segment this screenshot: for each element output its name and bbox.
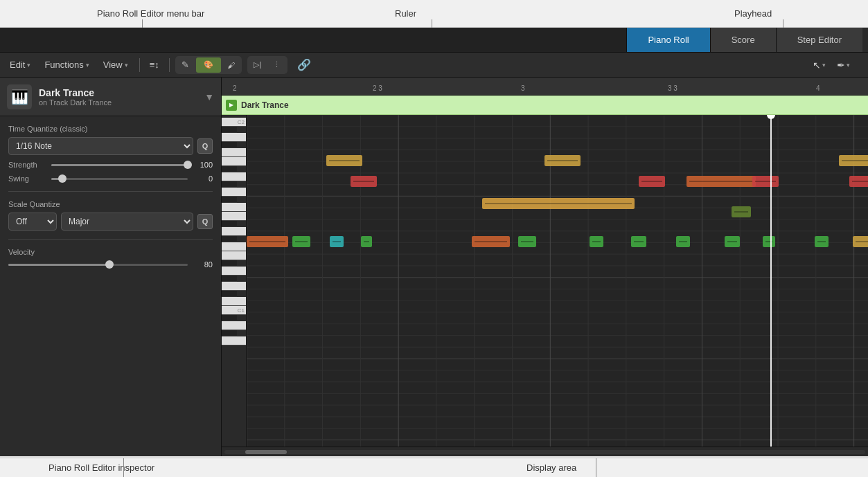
track-subtitle: on Track Dark Trance xyxy=(39,98,197,107)
ruler: 2 2 3 3 3 3 4 xyxy=(222,78,868,96)
quantize-q-btn[interactable]: Q xyxy=(197,138,213,154)
note[interactable] xyxy=(687,176,756,187)
velocity-section: Velocity 80 xyxy=(8,248,213,269)
menu-bar: Edit ▾ Functions ▾ View ▾ ≡↕ ✎ xyxy=(0,53,868,78)
annotation-menu-bar-label: Piano Roll Editor menu bar xyxy=(97,8,204,19)
note[interactable] xyxy=(247,236,288,247)
inspector-panel: 🎹 Dark Trance on Track Dark Trance ▼ Tim… xyxy=(0,78,222,456)
scale-quantize-label: Scale Quantize xyxy=(8,200,213,208)
note[interactable] xyxy=(763,236,775,247)
midi-tools-group: ▷| ⋮ xyxy=(247,56,287,74)
midi-tool-1[interactable]: ▷| xyxy=(249,57,267,73)
note[interactable] xyxy=(472,236,510,247)
swing-value: 0 xyxy=(193,174,213,183)
track-name-label: Dark Trance xyxy=(241,100,289,110)
note[interactable] xyxy=(815,236,829,247)
note[interactable] xyxy=(590,236,603,247)
note-tool-colors[interactable]: 🎨 xyxy=(196,57,221,73)
tab-piano-roll[interactable]: Piano Roll xyxy=(626,28,709,52)
note[interactable] xyxy=(849,176,868,187)
time-quantize-label: Time Quantize (classic) xyxy=(8,125,213,133)
note-tools-group: ✎ 🎨 🖌 xyxy=(175,56,242,74)
edit-menu[interactable]: Edit ▾ xyxy=(4,57,36,73)
annotation-inspector-label: Piano Roll Editor inspector xyxy=(48,462,154,473)
playhead xyxy=(770,115,772,447)
note-tool-palette[interactable]: 🖌 xyxy=(222,57,240,73)
annotation-display-label: Display area xyxy=(526,462,576,473)
note[interactable] xyxy=(544,155,581,166)
view-menu[interactable]: View ▾ xyxy=(98,57,134,73)
scrollbar[interactable] xyxy=(222,447,868,456)
note[interactable] xyxy=(639,176,665,187)
note[interactable] xyxy=(752,176,779,187)
note[interactable] xyxy=(518,236,536,247)
note[interactable] xyxy=(725,236,740,247)
cursor-pen-btn[interactable]: ✒ ▾ xyxy=(833,57,854,73)
inspector-header: 🎹 Dark Trance on Track Dark Trance ▼ xyxy=(0,78,221,116)
piano-keys: .wk { height:13px; border-bottom:1px sol… xyxy=(222,115,247,447)
track-name: Dark Trance xyxy=(39,87,197,98)
scale-off-select[interactable]: Off On xyxy=(8,213,57,231)
midi-tool-2[interactable]: ⋮ xyxy=(268,57,286,73)
velocity-label: Velocity xyxy=(8,248,213,256)
note-value-select[interactable]: 1/16 Note 1/8 Note 1/4 Note xyxy=(8,137,193,155)
swing-label: Swing xyxy=(8,174,46,183)
inspector-body: Time Quantize (classic) 1/16 Note 1/8 No… xyxy=(0,116,221,456)
functions-menu[interactable]: Functions ▾ xyxy=(39,57,94,73)
note[interactable] xyxy=(292,236,310,247)
note[interactable] xyxy=(361,236,372,247)
track-icon: 🎹 xyxy=(7,84,32,109)
note[interactable] xyxy=(853,236,868,247)
tab-score[interactable]: Score xyxy=(710,28,776,52)
note[interactable] xyxy=(676,236,690,247)
strength-value: 100 xyxy=(193,161,213,169)
strength-label: Strength xyxy=(8,161,46,169)
track-play-btn[interactable]: ▶ xyxy=(226,100,237,111)
time-quantize-section: Time Quantize (classic) 1/16 Note 1/8 No… xyxy=(8,125,213,183)
tab-bar: Piano Roll Score Step Editor xyxy=(0,28,868,53)
note[interactable] xyxy=(330,236,344,247)
track-header-row: ▶ Dark Trance xyxy=(222,96,868,115)
scale-q-btn[interactable]: Q xyxy=(197,214,213,229)
link-btn[interactable]: 🔗 xyxy=(293,56,315,73)
cursor-tools: ↖ ▾ ✒ ▾ xyxy=(808,57,854,73)
quantize-icon-btn[interactable]: ≡↕ xyxy=(145,57,163,72)
velocity-value: 80 xyxy=(193,260,213,269)
cursor-arrow-btn[interactable]: ↖ ▾ xyxy=(808,57,830,73)
note-tool-pencil[interactable]: ✎ xyxy=(177,57,195,73)
annotation-ruler-label: Ruler xyxy=(395,8,416,19)
tab-step-editor[interactable]: Step Editor xyxy=(776,28,862,52)
note[interactable] xyxy=(482,198,635,209)
grid-area xyxy=(247,115,868,447)
note[interactable] xyxy=(351,176,377,187)
note[interactable] xyxy=(839,155,868,166)
annotation-playhead-label: Playhead xyxy=(734,8,772,19)
note[interactable] xyxy=(326,155,362,166)
note[interactable] xyxy=(631,236,646,247)
inspector-collapse-btn[interactable]: ▼ xyxy=(204,91,214,102)
note[interactable] xyxy=(732,206,751,217)
scale-quantize-section: Scale Quantize Off On Major Minor Q xyxy=(8,200,213,231)
scale-type-select[interactable]: Major Minor xyxy=(61,213,193,231)
